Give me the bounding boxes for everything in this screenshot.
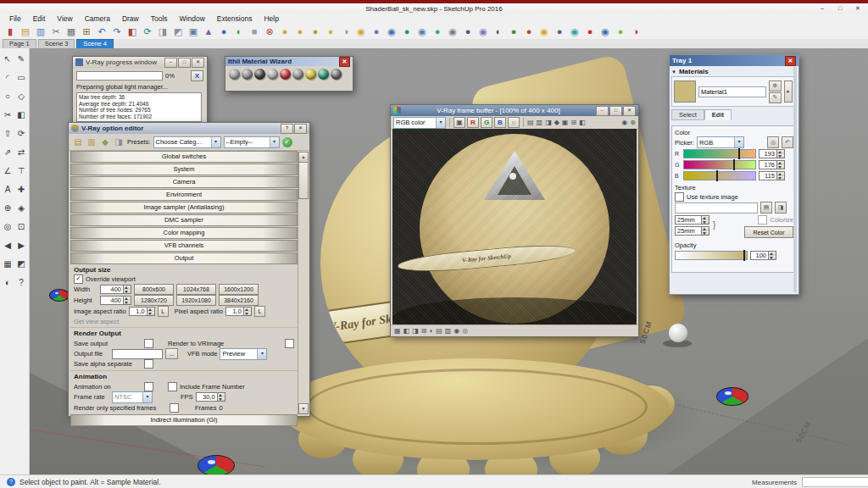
close-icon[interactable]: ✕ [623, 106, 636, 116]
rollout-section-bar[interactable]: DMC sampler [70, 214, 298, 226]
slider-handle[interactable] [733, 159, 735, 170]
frame-buffer-tool-icon[interactable]: ▤ [527, 118, 534, 128]
frame-buffer-tool-icon[interactable]: ▣ [562, 118, 569, 128]
gear-base[interactable] [280, 358, 670, 460]
menu-item[interactable]: Draw [116, 14, 145, 23]
tab-edit[interactable]: Edit [704, 109, 732, 120]
frames-value[interactable]: 0 [219, 404, 222, 412]
material-preview-sphere[interactable] [229, 69, 240, 80]
toolbar-icon[interactable]: ◉ [355, 25, 367, 37]
material-preview-sphere[interactable] [318, 69, 329, 80]
toolbar-icon[interactable]: ▣ [187, 25, 199, 37]
option-editor-titlebar[interactable]: V-Ray option editor ? ✕ [69, 123, 309, 134]
minimize-button[interactable]: – [164, 58, 177, 68]
toolbar-icon[interactable]: ◑ [340, 25, 352, 37]
drawing-tool-icon[interactable]: ◜ [1, 69, 14, 87]
maximize-button[interactable]: □ [832, 3, 849, 13]
texture-swatch-icon[interactable]: ◨ [775, 202, 787, 214]
measurements-input[interactable] [802, 477, 868, 487]
create-material-button[interactable]: ⊕ [769, 80, 782, 92]
rollout-section-bar[interactable]: Camera [70, 176, 298, 188]
tab-scene-3[interactable]: Scene 3 [38, 39, 75, 48]
collapse-icon[interactable]: ▼ [671, 69, 676, 75]
toolbar-icon[interactable]: ● [615, 25, 626, 37]
toolbar-icon[interactable]: ● [508, 25, 520, 37]
tray-titlebar[interactable]: Tray 1 ✕ [670, 55, 798, 66]
toolbar-icon[interactable]: ● [431, 25, 443, 37]
scroll-down-icon[interactable]: ▼ [298, 403, 309, 414]
rollout-section-bar[interactable]: Environment [70, 189, 298, 201]
menu-item[interactable]: Window [174, 14, 211, 23]
fps-field[interactable]: 30,0 [196, 392, 225, 402]
preset-file-icon[interactable]: ▤ [72, 136, 84, 148]
frame-buffer-tool-icon[interactable]: ⊕ [630, 118, 636, 128]
toolbar-icon[interactable]: ◉ [386, 25, 398, 37]
frame-buffer-bottom-icon[interactable]: ▥ [445, 326, 452, 336]
toolbar-icon[interactable]: ● [523, 25, 535, 37]
rollout-section-bar[interactable]: Global switches [70, 151, 298, 163]
green-slider[interactable] [683, 160, 756, 169]
toolbar-icon[interactable]: ◐ [233, 25, 245, 37]
toolbar-icon[interactable]: ● [309, 25, 321, 37]
tab-scene-4[interactable]: Scene 4 [76, 39, 114, 48]
toolbar-icon[interactable]: ✂ [50, 25, 62, 37]
reset-color-button[interactable]: Reset Color [744, 226, 793, 238]
channel-toggle-button[interactable]: G [481, 117, 492, 128]
toolbar-icon[interactable]: ● [279, 25, 291, 37]
render-log[interactable]: Max tree depth: 36Average tree depth: 21… [76, 92, 202, 122]
close-icon[interactable]: ✕ [294, 124, 307, 134]
render-only-frames-checkbox[interactable] [170, 403, 179, 413]
maximize-button[interactable]: □ [609, 106, 622, 116]
toolbar-icon[interactable]: ◉ [569, 25, 581, 37]
apply-preset-icon[interactable]: ✓ [282, 137, 292, 147]
override-viewport-checkbox[interactable] [74, 274, 83, 284]
drawing-tool-icon[interactable]: ◐ [1, 274, 14, 292]
save-output-checkbox[interactable] [144, 339, 153, 348]
render-vrimage-checkbox[interactable] [285, 339, 294, 348]
drawing-tool-icon[interactable]: ⊕ [1, 199, 14, 218]
picker-dropdown[interactable]: RGB [697, 136, 744, 148]
drawing-tool-icon[interactable]: ↖ [1, 50, 14, 69]
red-slider[interactable] [683, 149, 756, 158]
close-button[interactable]: ✕ [849, 3, 866, 13]
material-thumbnail[interactable] [674, 80, 696, 103]
drawing-tool-icon[interactable]: ⊡ [14, 218, 28, 236]
frame-rate-dropdown[interactable]: NTSC [112, 391, 153, 403]
toolbar-icon[interactable]: ◉ [447, 25, 459, 37]
drawing-tool-icon[interactable]: ✚ [14, 180, 28, 199]
toolbar-icon[interactable]: ● [370, 25, 382, 37]
preset-category-dropdown[interactable]: Choose Categ... [153, 136, 221, 148]
help-button[interactable]: ? [281, 124, 293, 134]
pixel-aspect-field[interactable]: 1,0 [225, 307, 252, 316]
pixel-aspect-lock-button[interactable]: L [254, 306, 265, 317]
toolbar-icon[interactable]: ▤ [19, 25, 31, 37]
browse-texture-icon[interactable]: ▤ [760, 202, 772, 214]
drawing-tool-icon[interactable]: ◇ [14, 87, 28, 106]
toolbar-icon[interactable]: ↷ [111, 25, 123, 37]
tray-scrollbar[interactable] [793, 67, 797, 292]
close-icon[interactable]: ✕ [192, 58, 204, 68]
save-alpha-checkbox[interactable] [144, 359, 153, 369]
toolbar-icon[interactable]: ◉ [599, 25, 611, 37]
toolbar-icon[interactable]: ● [554, 25, 565, 37]
sample-paint-button[interactable]: ✎ [769, 92, 782, 103]
toolbar-icon[interactable]: ▦ [65, 25, 77, 37]
aspect-lock-icon[interactable]: } [713, 215, 715, 236]
texture-width-field[interactable]: 25mm [675, 215, 709, 225]
menu-item[interactable]: Tools [145, 14, 174, 23]
close-icon[interactable]: ✕ [785, 56, 796, 66]
frame-buffer-bottom-icon[interactable]: ▦ [394, 326, 401, 336]
undo-color-icon[interactable]: ↶ [782, 136, 793, 148]
opacity-slider[interactable] [675, 251, 748, 260]
preset-file-icon[interactable]: ▥ [86, 136, 97, 148]
secondary-pane-toggle[interactable]: ▸ [784, 80, 793, 103]
drawing-tool-icon[interactable]: ⊤ [14, 162, 28, 180]
drawing-tool-icon[interactable]: ⇄ [14, 143, 28, 162]
minimize-button[interactable]: – [596, 106, 609, 116]
output-file-field[interactable] [112, 349, 163, 359]
menu-item[interactable]: Help [258, 14, 284, 23]
toolbar-icon[interactable]: ▥ [35, 25, 47, 37]
green-value-field[interactable]: 176 [759, 160, 785, 169]
toolbar-icon[interactable]: ● [401, 25, 413, 37]
frame-buffer-tool-icon[interactable]: ◨ [545, 118, 552, 128]
